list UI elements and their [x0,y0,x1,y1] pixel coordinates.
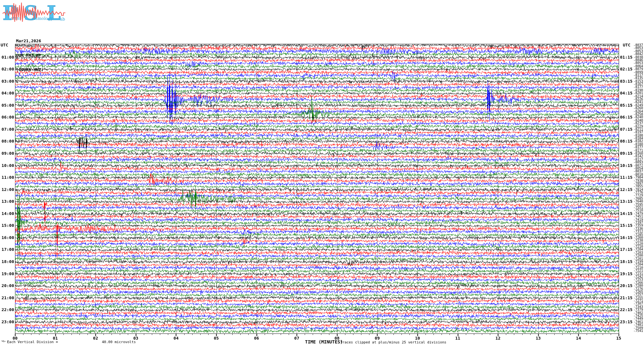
right-hour-label: 23:15 [620,320,632,324]
left-hour-label: 08:00 [0,139,14,143]
right-hour-label: 12:15 [620,187,632,192]
minute-tick-label: 06 [251,336,262,340]
left-hour-label: 07:00 [0,127,14,131]
left-hour-label: 16:00 [0,235,14,240]
left-hour-label: 21:00 [0,296,14,300]
right-hour-label: 19:15 [620,272,632,276]
left-hour-label: 06:00 [0,115,14,119]
clip-note: Traces clipped at plus/minus 25 vertical… [340,340,446,344]
minute-tick-label: 11 [452,336,463,340]
minute-tick-label: 15 [613,336,624,340]
header-station: GUR HNZ HP -- [16,53,49,58]
right-hour-label: 05:15 [620,103,632,107]
right-hour-label: 02:15 [620,67,632,71]
left-hour-label: 11:00 [0,175,14,179]
trace-offset-value: -7541 [633,329,643,333]
right-hour-label: 06:15 [620,115,632,119]
right-hour-label: 03:15 [620,79,632,83]
left-hour-label: 10:00 [0,163,14,168]
left-hour-label: 18:00 [0,260,14,264]
left-hour-label: 17:00 [0,247,14,251]
right-hour-label: 09:15 [620,151,632,155]
x-axis-title: TIME (MINUTES) [305,339,343,344]
psl-lab-logo: P S L atras eismology ab [2,1,67,26]
header-date: Mar21,2026 [16,38,49,43]
header-station-name: (GOURA-HNZ) [16,67,49,72]
right-hour-label: 17:15 [620,247,632,251]
minute-tick-label: 12 [492,336,503,340]
left-hour-label: 01:00 [0,55,14,59]
right-hour-label: 16:15 [620,235,632,240]
left-hour-label: 04:00 [0,91,14,95]
minute-tick-label: 04 [170,336,181,340]
logo-word-eismology: eismology [32,16,53,21]
helicorder-screen: P S L atras eismology ab Mar21,2026 GUR … [0,0,644,346]
right-hour-label: 18:15 [620,260,632,264]
left-hour-label: 13:00 [0,199,14,203]
vertical-division-label: Each Vertical Division = [7,340,58,344]
left-hour-label: 09:00 [0,151,14,155]
tiny-waveform-icon [1,340,6,343]
right-hour-label: 21:15 [620,296,632,300]
logo-word-ab: ab [60,17,65,21]
right-hour-label: 20:15 [620,284,632,288]
left-hour-label: 19:00 [0,272,14,276]
seismogram-plot [0,0,644,346]
left-hour-label: 22:00 [0,308,14,312]
minute-tick-label: 02 [90,336,101,340]
right-hour-label: 01:15 [620,55,632,59]
left-hour-label: 05:00 [0,103,14,107]
left-hour-label: 23:00 [0,320,14,324]
right-hour-label: 22:15 [620,308,632,312]
minute-tick-label: 13 [533,336,544,340]
left-hour-label: 14:00 [0,211,14,216]
header-block: Mar21,2026 GUR HNZ HP -- (GOURA-HNZ) [16,29,49,82]
minute-tick-label: 07 [291,336,302,340]
logo-word-atras: atras [11,16,21,21]
left-hour-label: 15:00 [0,223,14,227]
left-hour-label: 12:00 [0,187,14,192]
left-axis-title: UTC [1,43,8,47]
right-hour-label: 10:15 [620,163,632,168]
vertical-division-value: 40.00 microvolts [102,340,136,344]
left-hour-label: 03:00 [0,79,14,83]
right-hour-label: 15:15 [620,223,632,227]
right-hour-label: 08:15 [620,139,632,143]
left-hour-label: 02:00 [0,67,14,71]
minute-tick-label: 10 [412,336,423,340]
left-hour-label: 20:00 [0,284,14,288]
right-hour-label: 04:15 [620,91,632,95]
minute-tick-label: 09 [372,336,383,340]
minute-tick-label: 05 [211,336,222,340]
right-hour-label: 13:15 [620,199,632,203]
right-hour-label: 14:15 [620,211,632,216]
right-hour-label: 11:15 [620,175,632,179]
right-axis-title: UTC [623,43,630,47]
right-hour-label: 07:15 [620,127,632,131]
minute-tick-label: 14 [573,336,584,340]
